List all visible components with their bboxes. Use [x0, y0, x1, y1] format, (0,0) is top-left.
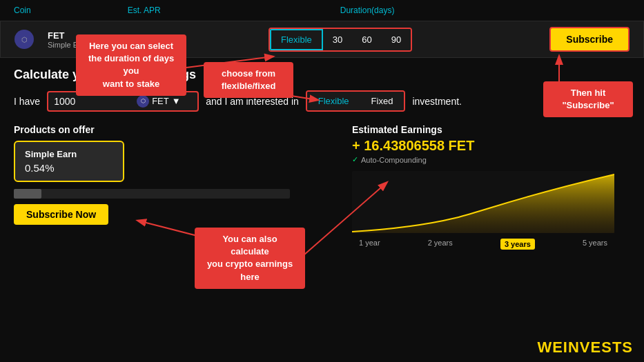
- calc-prefix: I have: [14, 96, 40, 107]
- earnings-value: + 16.43806558 FET: [352, 138, 614, 154]
- coin-icon: ⬡: [14, 30, 34, 49]
- table-header: Coin Est. APR Duration(days): [0, 0, 644, 21]
- product-name: Simple Earn: [25, 149, 113, 159]
- earnings-chart: [352, 171, 614, 233]
- chart-label-2yr: 2 years: [428, 239, 453, 250]
- calc-suffix2: investment.: [412, 96, 462, 107]
- scroll-thumb: [14, 189, 41, 199]
- chart-label-3yr-active[interactable]: 3 years: [500, 239, 535, 250]
- subscribe-now-button[interactable]: Subscribe Now: [14, 204, 108, 225]
- earnings-sub-text: Auto-Compounding: [361, 156, 427, 164]
- token-icon: ⬡: [137, 95, 149, 108]
- duration-flexible[interactable]: Flexible: [270, 29, 323, 50]
- chart-label-1yr: 1 year: [359, 239, 380, 250]
- duration-90[interactable]: 90: [382, 29, 411, 50]
- token-selector[interactable]: ⬡ FET ▼: [137, 95, 180, 108]
- col-coin: Coin: [14, 6, 31, 15]
- duration-30[interactable]: 30: [323, 29, 352, 50]
- chart-container: 1 year 2 years 3 years 5 years: [352, 171, 614, 250]
- coin-icon-symbol: ⬡: [21, 36, 28, 43]
- weinvests-logo: WEINVESTS: [537, 339, 633, 356]
- token-label: FET: [152, 96, 169, 106]
- logo-part2: VESTS: [580, 339, 633, 356]
- chart-label-5yr: 5 years: [583, 239, 607, 250]
- products-title: Products on offer: [14, 124, 290, 135]
- tooltip-duration: Here you can select the duration of days…: [76, 34, 186, 96]
- duration-60[interactable]: 60: [352, 29, 381, 50]
- tooltip-flexible: choose from flexible/fixed: [204, 62, 293, 98]
- scroll-bar[interactable]: [14, 189, 290, 199]
- earnings-sub: ✓ Auto-Compounding: [352, 155, 614, 164]
- product-card[interactable]: Simple Earn 0.54%: [14, 141, 124, 182]
- amount-input[interactable]: [54, 96, 137, 107]
- mode-flexible[interactable]: Flexible: [307, 92, 360, 110]
- col-apr: Est. APR: [128, 6, 161, 15]
- col-duration: Duration(days): [340, 6, 395, 15]
- mode-fixed[interactable]: Fixed: [360, 92, 404, 110]
- chart-labels: 1 year 2 years 3 years 5 years: [352, 239, 614, 250]
- check-icon: ✓: [352, 155, 358, 164]
- earnings-title: Estimated Earnings: [352, 124, 614, 135]
- earnings-area: Estimated Earnings + 16.43806558 FET ✓ A…: [352, 124, 614, 250]
- logo-part1: WEIN: [537, 339, 579, 356]
- bottom-section: Products on offer Simple Earn 0.54% Subs…: [0, 117, 644, 257]
- tooltip-calculate: You can also calculate you crypto earnin…: [195, 228, 305, 289]
- duration-selector: Flexible 30 60 90: [269, 28, 412, 52]
- product-rate: 0.54%: [25, 162, 113, 174]
- subscribe-button[interactable]: Subscribe: [549, 27, 630, 52]
- interest-toggle: Flexible Fixed: [306, 90, 406, 112]
- token-chevron: ▼: [172, 96, 181, 106]
- tooltip-subscribe: Then hit "Subscribe": [543, 81, 633, 117]
